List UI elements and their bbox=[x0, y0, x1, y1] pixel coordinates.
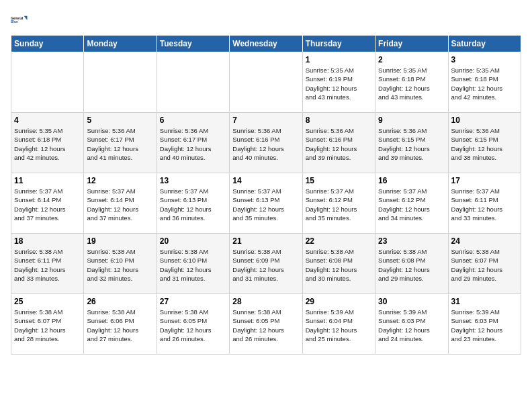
day-info: Sunrise: 5:37 AMSunset: 6:12 PMDaylight:… bbox=[306, 187, 372, 222]
day-number: 30 bbox=[378, 297, 445, 306]
calendar-cell bbox=[11, 52, 84, 113]
day-number: 8 bbox=[306, 116, 372, 125]
calendar-cell: 16Sunrise: 5:37 AMSunset: 6:12 PMDayligh… bbox=[375, 173, 448, 234]
calendar-cell: 31Sunrise: 5:39 AMSunset: 6:03 PMDayligh… bbox=[448, 294, 521, 355]
day-number: 15 bbox=[306, 176, 372, 185]
day-info: Sunrise: 5:39 AMSunset: 6:04 PMDaylight:… bbox=[306, 308, 372, 343]
day-info: Sunrise: 5:37 AMSunset: 6:11 PMDaylight:… bbox=[451, 187, 518, 222]
day-number: 13 bbox=[160, 176, 226, 185]
calendar-week-5: 25Sunrise: 5:38 AMSunset: 6:07 PMDayligh… bbox=[11, 294, 521, 355]
svg-text:General: General bbox=[11, 17, 24, 20]
calendar-cell: 9Sunrise: 5:36 AMSunset: 6:15 PMDaylight… bbox=[375, 113, 448, 173]
calendar-cell: 18Sunrise: 5:38 AMSunset: 6:11 PMDayligh… bbox=[11, 234, 84, 294]
day-info: Sunrise: 5:38 AMSunset: 6:10 PMDaylight:… bbox=[160, 247, 226, 283]
calendar-week-3: 11Sunrise: 5:37 AMSunset: 6:14 PMDayligh… bbox=[11, 173, 521, 234]
day-info: Sunrise: 5:37 AMSunset: 6:13 PMDaylight:… bbox=[160, 187, 226, 222]
day-info: Sunrise: 5:39 AMSunset: 6:03 PMDaylight:… bbox=[451, 308, 518, 343]
day-number: 2 bbox=[378, 55, 445, 64]
day-info: Sunrise: 5:36 AMSunset: 6:15 PMDaylight:… bbox=[378, 126, 445, 162]
day-info: Sunrise: 5:37 AMSunset: 6:12 PMDaylight:… bbox=[378, 187, 445, 222]
calendar-cell: 11Sunrise: 5:37 AMSunset: 6:14 PMDayligh… bbox=[11, 173, 84, 234]
day-number: 22 bbox=[306, 236, 372, 246]
calendar-table: SundayMondayTuesdayWednesdayThursdayFrid… bbox=[11, 35, 521, 355]
calendar-cell: 28Sunrise: 5:38 AMSunset: 6:05 PMDayligh… bbox=[230, 294, 302, 355]
day-number: 7 bbox=[232, 116, 299, 125]
day-number: 27 bbox=[160, 297, 226, 306]
calendar-cell: 15Sunrise: 5:37 AMSunset: 6:12 PMDayligh… bbox=[302, 173, 375, 234]
day-number: 16 bbox=[378, 176, 445, 185]
day-info: Sunrise: 5:37 AMSunset: 6:14 PMDaylight:… bbox=[14, 187, 81, 222]
day-info: Sunrise: 5:35 AMSunset: 6:18 PMDaylight:… bbox=[14, 126, 81, 162]
day-info: Sunrise: 5:38 AMSunset: 6:10 PMDaylight:… bbox=[87, 247, 153, 283]
calendar-cell: 27Sunrise: 5:38 AMSunset: 6:05 PMDayligh… bbox=[157, 294, 229, 355]
page-header: GeneralBlue bbox=[11, 11, 521, 30]
day-number: 11 bbox=[14, 176, 81, 185]
calendar-cell: 14Sunrise: 5:37 AMSunset: 6:13 PMDayligh… bbox=[230, 173, 302, 234]
day-number: 31 bbox=[451, 297, 518, 306]
svg-text:Blue: Blue bbox=[11, 20, 18, 24]
calendar-cell: 7Sunrise: 5:36 AMSunset: 6:16 PMDaylight… bbox=[230, 113, 302, 173]
dow-header-thursday: Thursday bbox=[302, 36, 375, 52]
day-info: Sunrise: 5:38 AMSunset: 6:08 PMDaylight:… bbox=[378, 247, 445, 283]
day-info: Sunrise: 5:36 AMSunset: 6:17 PMDaylight:… bbox=[160, 126, 226, 162]
calendar-cell: 3Sunrise: 5:35 AMSunset: 6:18 PMDaylight… bbox=[448, 52, 521, 113]
dow-header-saturday: Saturday bbox=[448, 36, 521, 52]
calendar-week-1: 1Sunrise: 5:35 AMSunset: 6:19 PMDaylight… bbox=[11, 52, 521, 113]
day-info: Sunrise: 5:37 AMSunset: 6:13 PMDaylight:… bbox=[232, 187, 299, 222]
calendar-cell bbox=[157, 52, 229, 113]
dow-header-sunday: Sunday bbox=[11, 36, 84, 52]
day-number: 12 bbox=[87, 176, 153, 185]
logo: GeneralBlue bbox=[11, 11, 30, 30]
calendar-cell: 24Sunrise: 5:38 AMSunset: 6:07 PMDayligh… bbox=[448, 234, 521, 294]
day-number: 21 bbox=[232, 236, 299, 246]
day-info: Sunrise: 5:37 AMSunset: 6:14 PMDaylight:… bbox=[87, 187, 153, 222]
day-number: 14 bbox=[232, 176, 299, 185]
logo-icon: GeneralBlue bbox=[11, 11, 30, 30]
day-number: 19 bbox=[87, 236, 153, 246]
day-number: 3 bbox=[451, 55, 518, 64]
day-info: Sunrise: 5:39 AMSunset: 6:03 PMDaylight:… bbox=[378, 308, 445, 343]
day-info: Sunrise: 5:38 AMSunset: 6:09 PMDaylight:… bbox=[232, 247, 299, 283]
calendar-cell: 10Sunrise: 5:36 AMSunset: 6:15 PMDayligh… bbox=[448, 113, 521, 173]
day-number: 10 bbox=[451, 116, 518, 125]
day-info: Sunrise: 5:38 AMSunset: 6:05 PMDaylight:… bbox=[232, 308, 299, 343]
calendar-cell: 1Sunrise: 5:35 AMSunset: 6:19 PMDaylight… bbox=[302, 52, 375, 113]
day-number: 4 bbox=[14, 116, 81, 125]
calendar-cell: 20Sunrise: 5:38 AMSunset: 6:10 PMDayligh… bbox=[157, 234, 229, 294]
day-number: 29 bbox=[306, 297, 372, 306]
day-info: Sunrise: 5:36 AMSunset: 6:17 PMDaylight:… bbox=[87, 126, 153, 162]
calendar-cell: 22Sunrise: 5:38 AMSunset: 6:08 PMDayligh… bbox=[302, 234, 375, 294]
calendar-cell: 19Sunrise: 5:38 AMSunset: 6:10 PMDayligh… bbox=[84, 234, 157, 294]
day-info: Sunrise: 5:38 AMSunset: 6:05 PMDaylight:… bbox=[160, 308, 226, 343]
dow-header-monday: Monday bbox=[84, 36, 157, 52]
day-number: 9 bbox=[378, 116, 445, 125]
calendar-cell: 26Sunrise: 5:38 AMSunset: 6:06 PMDayligh… bbox=[84, 294, 157, 355]
calendar-cell: 23Sunrise: 5:38 AMSunset: 6:08 PMDayligh… bbox=[375, 234, 448, 294]
day-info: Sunrise: 5:38 AMSunset: 6:06 PMDaylight:… bbox=[87, 308, 153, 343]
calendar-cell: 25Sunrise: 5:38 AMSunset: 6:07 PMDayligh… bbox=[11, 294, 84, 355]
day-info: Sunrise: 5:38 AMSunset: 6:07 PMDaylight:… bbox=[14, 308, 81, 343]
calendar-cell: 29Sunrise: 5:39 AMSunset: 6:04 PMDayligh… bbox=[302, 294, 375, 355]
dow-header-tuesday: Tuesday bbox=[157, 36, 229, 52]
calendar-cell: 21Sunrise: 5:38 AMSunset: 6:09 PMDayligh… bbox=[230, 234, 302, 294]
dow-header-wednesday: Wednesday bbox=[230, 36, 302, 52]
calendar-header-row: SundayMondayTuesdayWednesdayThursdayFrid… bbox=[11, 36, 521, 52]
day-number: 28 bbox=[232, 297, 299, 306]
day-number: 6 bbox=[160, 116, 226, 125]
day-info: Sunrise: 5:35 AMSunset: 6:18 PMDaylight:… bbox=[451, 66, 518, 101]
day-number: 20 bbox=[160, 236, 226, 246]
calendar-cell: 12Sunrise: 5:37 AMSunset: 6:14 PMDayligh… bbox=[84, 173, 157, 234]
dow-header-friday: Friday bbox=[375, 36, 448, 52]
calendar-cell: 8Sunrise: 5:36 AMSunset: 6:16 PMDaylight… bbox=[302, 113, 375, 173]
day-number: 17 bbox=[451, 176, 518, 185]
calendar-week-2: 4Sunrise: 5:35 AMSunset: 6:18 PMDaylight… bbox=[11, 113, 521, 173]
day-number: 18 bbox=[14, 236, 81, 246]
day-info: Sunrise: 5:35 AMSunset: 6:18 PMDaylight:… bbox=[378, 66, 445, 101]
day-number: 23 bbox=[378, 236, 445, 246]
day-number: 1 bbox=[306, 55, 372, 64]
day-number: 25 bbox=[14, 297, 81, 306]
day-info: Sunrise: 5:38 AMSunset: 6:08 PMDaylight:… bbox=[306, 247, 372, 283]
calendar-cell: 30Sunrise: 5:39 AMSunset: 6:03 PMDayligh… bbox=[375, 294, 448, 355]
calendar-cell bbox=[84, 52, 157, 113]
calendar-cell: 5Sunrise: 5:36 AMSunset: 6:17 PMDaylight… bbox=[84, 113, 157, 173]
